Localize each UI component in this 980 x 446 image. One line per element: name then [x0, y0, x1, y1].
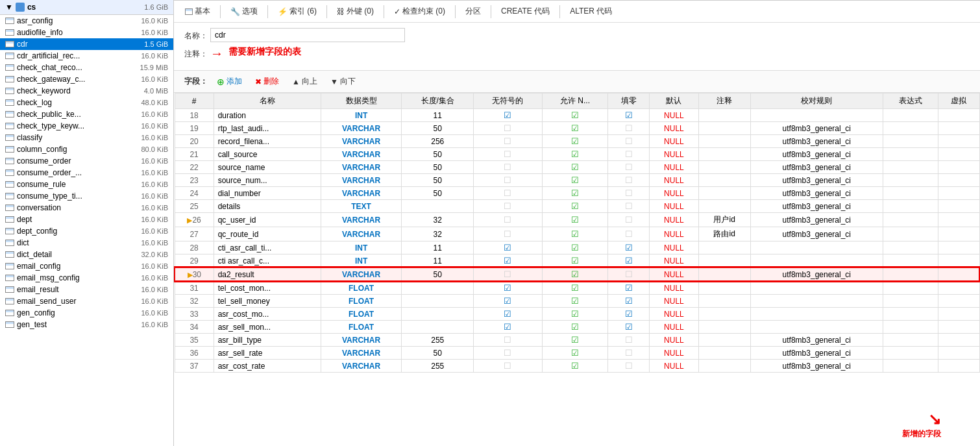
cell-length[interactable]: 32 [402, 227, 474, 242]
table-row[interactable]: 21 call_source VARCHAR 50 ☐ ☑ ☐ NULL utf… [175, 148, 979, 161]
cell-zerofill[interactable]: ☐ [608, 267, 650, 281]
table-row[interactable]: 22 source_name VARCHAR 50 ☐ ☑ ☐ NULL utf… [175, 161, 979, 174]
cell-comment[interactable] [698, 187, 750, 200]
cell-comment[interactable] [698, 174, 750, 187]
cell-unsigned[interactable]: ☐ [474, 200, 542, 213]
cell-zerofill[interactable]: ☐ [608, 122, 650, 135]
cell-unsigned[interactable]: ☐ [474, 334, 542, 347]
cell-comment[interactable] [698, 295, 750, 308]
cell-allow-null[interactable]: ☑ [542, 227, 608, 242]
cell-name[interactable]: source_name [214, 161, 321, 174]
cell-unsigned[interactable]: ☑ [474, 109, 542, 122]
table-row[interactable]: 25 details TEXT ☐ ☑ ☐ NULL utf8mb3_gener… [175, 200, 979, 213]
cell-name[interactable]: dial_number [214, 187, 321, 200]
basic-tab-btn[interactable]: 基本 [179, 3, 216, 19]
cell-unsigned[interactable]: ☑ [474, 321, 542, 334]
table-row[interactable]: 27 qc_route_id VARCHAR 32 ☐ ☑ ☐ NULL 路由i… [175, 227, 979, 242]
sidebar-item-column-config[interactable]: column_config80.0 KiB [0, 143, 173, 155]
cell-zerofill[interactable]: ☑ [608, 321, 650, 334]
cell-allow-null[interactable]: ☑ [542, 109, 608, 122]
cell-unsigned[interactable]: ☐ [474, 187, 542, 200]
cell-unsigned[interactable]: ☐ [474, 213, 542, 227]
sidebar-item-conversation[interactable]: conversation16.0 KiB [0, 202, 173, 214]
create-code-btn[interactable]: CREATE 代码 [495, 3, 556, 19]
cell-name[interactable]: duration [214, 109, 321, 122]
sidebar-item-dict-detail[interactable]: dict_detail32.0 KiB [0, 249, 173, 260]
cell-type[interactable]: VARCHAR [321, 267, 401, 281]
cell-type[interactable]: VARCHAR [321, 174, 401, 187]
sidebar-item-check-log[interactable]: check_log48.0 KiB [0, 97, 173, 108]
sidebar-item-check-public-ke---[interactable]: check_public_ke...16.0 KiB [0, 108, 173, 120]
cell-comment[interactable] [698, 254, 750, 268]
cell-allow-null[interactable]: ☑ [542, 295, 608, 308]
table-row[interactable]: 34 asr_sell_mon... FLOAT ☑ ☑ ☑ NULL [175, 321, 979, 334]
cell-unsigned[interactable]: ☑ [474, 281, 542, 295]
cell-allow-null[interactable]: ☑ [542, 187, 608, 200]
cell-type[interactable]: VARCHAR [321, 213, 401, 227]
cell-type[interactable]: INT [321, 242, 401, 254]
table-row[interactable]: 18 duration INT 11 ☑ ☑ ☑ NULL [175, 109, 979, 122]
sidebar-item-cdr-artificial-rec---[interactable]: cdr_artificial_rec...16.0 KiB [0, 50, 173, 62]
sidebar-item-email-msg-config[interactable]: email_msg_config16.0 KiB [0, 272, 173, 284]
sidebar-item-check-gateway-c---[interactable]: check_gateway_c...16.0 KiB [0, 73, 173, 85]
sidebar-item-consume-rule[interactable]: consume_rule16.0 KiB [0, 179, 173, 190]
cell-zerofill[interactable]: ☐ [608, 347, 650, 360]
cell-comment[interactable] [698, 109, 750, 122]
cell-name[interactable]: asr_sell_mon... [214, 321, 321, 334]
cell-name[interactable]: da2_result [214, 267, 321, 281]
cell-unsigned[interactable]: ☐ [474, 267, 542, 281]
cell-zerofill[interactable]: ☐ [608, 135, 650, 148]
table-row[interactable]: 31 tel_cost_mon... FLOAT ☑ ☑ ☑ NULL [175, 281, 979, 295]
move-down-btn[interactable]: ▼ 向下 [326, 75, 360, 88]
cell-zerofill[interactable]: ☐ [608, 227, 650, 242]
cell-comment[interactable] [698, 360, 750, 373]
cell-zerofill[interactable]: ☑ [608, 308, 650, 321]
cell-name[interactable]: call_source [214, 148, 321, 161]
cell-length[interactable]: 256 [402, 135, 474, 148]
cell-allow-null[interactable]: ☑ [542, 360, 608, 373]
cell-name[interactable]: source_num... [214, 174, 321, 187]
cell-name[interactable]: details [214, 200, 321, 213]
cell-allow-null[interactable]: ☑ [542, 242, 608, 254]
cell-type[interactable]: FLOAT [321, 321, 401, 334]
cell-allow-null[interactable]: ☑ [542, 334, 608, 347]
cell-name[interactable]: asr_bill_type [214, 334, 321, 347]
cell-comment[interactable] [698, 161, 750, 174]
sidebar-item-gen-test[interactable]: gen_test16.0 KiB [0, 319, 173, 330]
cell-type[interactable]: INT [321, 109, 401, 122]
sidebar-item-check-type-keyw---[interactable]: check_type_keyw...16.0 KiB [0, 120, 173, 132]
sidebar-item-check-chat-reco---[interactable]: check_chat_reco...15.9 MiB [0, 62, 173, 73]
table-row[interactable]: 23 source_num... VARCHAR 50 ☐ ☑ ☐ NULL u… [175, 174, 979, 187]
cell-unsigned[interactable]: ☐ [474, 360, 542, 373]
cell-comment[interactable]: 路由id [698, 227, 750, 242]
cell-name[interactable]: asr_sell_rate [214, 347, 321, 360]
cell-comment[interactable] [698, 242, 750, 254]
cell-zerofill[interactable]: ☑ [608, 295, 650, 308]
index-btn[interactable]: ⚡ 索引 (6) [272, 3, 323, 19]
cell-unsigned[interactable]: ☐ [474, 148, 542, 161]
cell-length[interactable] [402, 295, 474, 308]
sidebar-item-email-send-user[interactable]: email_send_user16.0 KiB [0, 295, 173, 307]
cell-length[interactable]: 50 [402, 267, 474, 281]
cell-allow-null[interactable]: ☑ [542, 281, 608, 295]
cell-name[interactable]: tel_cost_mon... [214, 281, 321, 295]
cell-length[interactable]: 50 [402, 161, 474, 174]
cell-type[interactable]: TEXT [321, 200, 401, 213]
cell-unsigned[interactable]: ☐ [474, 161, 542, 174]
cell-type[interactable]: VARCHAR [321, 187, 401, 200]
cell-length[interactable] [402, 308, 474, 321]
cell-allow-null[interactable]: ☑ [542, 347, 608, 360]
options-btn[interactable]: 🔧 选项 [225, 3, 263, 19]
cell-zerofill[interactable]: ☐ [608, 187, 650, 200]
cell-length[interactable] [402, 281, 474, 295]
cell-allow-null[interactable]: ☑ [542, 174, 608, 187]
cell-zerofill[interactable]: ☑ [608, 109, 650, 122]
cell-name[interactable]: asr_cost_mo... [214, 308, 321, 321]
sidebar-item-dict[interactable]: dict16.0 KiB [0, 237, 173, 249]
cell-type[interactable]: VARCHAR [321, 360, 401, 373]
cell-allow-null[interactable]: ☑ [542, 122, 608, 135]
table-row[interactable]: 20 record_filena... VARCHAR 256 ☐ ☑ ☐ NU… [175, 135, 979, 148]
cell-zerofill[interactable]: ☐ [608, 360, 650, 373]
cell-length[interactable]: 50 [402, 187, 474, 200]
table-row[interactable]: 32 tel_sell_money FLOAT ☑ ☑ ☑ NULL [175, 295, 979, 308]
